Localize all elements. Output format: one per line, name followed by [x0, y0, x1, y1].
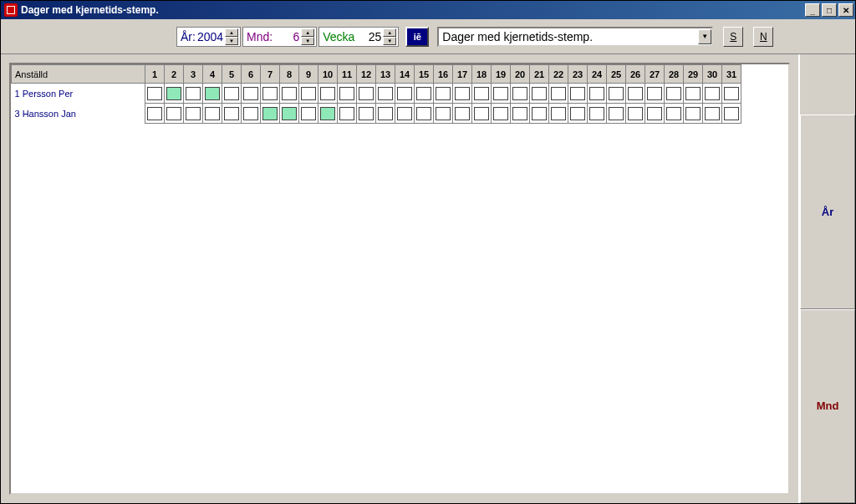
day-cell[interactable]: [376, 84, 395, 104]
day-header[interactable]: 14: [395, 65, 415, 84]
week-spinner[interactable]: Vecka 25 ▲ ▼: [318, 27, 399, 47]
day-cell[interactable]: [472, 84, 492, 104]
day-header[interactable]: 25: [607, 65, 626, 84]
day-header[interactable]: 15: [415, 65, 434, 84]
day-cell[interactable]: [242, 104, 261, 124]
day-cell[interactable]: [242, 84, 261, 104]
day-header[interactable]: 4: [203, 65, 222, 84]
day-header[interactable]: 11: [338, 65, 357, 84]
day-cell[interactable]: [492, 104, 511, 124]
day-cell[interactable]: [626, 84, 645, 104]
day-cell[interactable]: [665, 84, 684, 104]
day-header[interactable]: 8: [280, 65, 299, 84]
maximize-button[interactable]: □: [822, 3, 837, 17]
minimize-button[interactable]: _: [805, 3, 820, 17]
day-header[interactable]: 28: [665, 65, 684, 84]
month-down-button[interactable]: ▼: [301, 37, 314, 45]
day-cell[interactable]: [684, 104, 703, 124]
day-cell[interactable]: [549, 84, 568, 104]
day-header[interactable]: 1: [145, 65, 165, 84]
day-header[interactable]: 9: [299, 65, 318, 84]
day-cell[interactable]: [415, 104, 434, 124]
calendar-icon-button[interactable]: iē: [405, 27, 429, 47]
day-cell[interactable]: [415, 84, 434, 104]
day-header[interactable]: 24: [588, 65, 607, 84]
day-header[interactable]: 2: [165, 65, 184, 84]
day-cell[interactable]: [703, 104, 722, 124]
day-cell[interactable]: [568, 104, 588, 124]
day-cell[interactable]: [318, 84, 338, 104]
day-cell[interactable]: [357, 104, 376, 124]
day-cell[interactable]: [338, 84, 357, 104]
side-month-button[interactable]: Mnd: [800, 309, 855, 504]
day-cell[interactable]: [357, 84, 376, 104]
employee-name[interactable]: 3 Hansson Jan: [12, 104, 145, 124]
day-header[interactable]: 19: [492, 65, 511, 84]
day-cell[interactable]: [145, 84, 165, 104]
day-cell[interactable]: [607, 104, 626, 124]
day-header[interactable]: 20: [511, 65, 530, 84]
day-cell[interactable]: [434, 104, 453, 124]
day-cell[interactable]: [280, 104, 299, 124]
day-cell[interactable]: [453, 84, 472, 104]
day-header[interactable]: 21: [530, 65, 549, 84]
employee-name[interactable]: 1 Persson Per: [12, 84, 145, 104]
day-cell[interactable]: [626, 104, 645, 124]
day-cell[interactable]: [222, 84, 242, 104]
day-cell[interactable]: [184, 104, 203, 124]
day-cell[interactable]: [645, 84, 665, 104]
side-year-button[interactable]: År: [800, 115, 855, 309]
day-cell[interactable]: [511, 84, 530, 104]
week-down-button[interactable]: ▼: [383, 37, 396, 45]
filter-dropdown[interactable]: Dager med kjernetids-stemp. ▼: [437, 27, 713, 47]
day-cell[interactable]: [703, 84, 722, 104]
close-button[interactable]: ✕: [838, 3, 853, 17]
day-cell[interactable]: [684, 84, 703, 104]
day-header[interactable]: 30: [703, 65, 722, 84]
day-cell[interactable]: [665, 104, 684, 124]
day-header[interactable]: 13: [376, 65, 395, 84]
n-button[interactable]: N: [753, 27, 773, 47]
day-cell[interactable]: [549, 104, 568, 124]
day-cell[interactable]: [184, 84, 203, 104]
day-header[interactable]: 5: [222, 65, 242, 84]
day-header[interactable]: 18: [472, 65, 492, 84]
day-cell[interactable]: [588, 84, 607, 104]
year-spinner[interactable]: År: 2004 ▲ ▼: [176, 27, 241, 47]
day-cell[interactable]: [395, 84, 415, 104]
day-cell[interactable]: [376, 104, 395, 124]
day-header[interactable]: 31: [722, 65, 741, 84]
day-cell[interactable]: [165, 84, 184, 104]
day-cell[interactable]: [434, 84, 453, 104]
day-cell[interactable]: [472, 104, 492, 124]
day-cell[interactable]: [203, 104, 222, 124]
day-header[interactable]: 23: [568, 65, 588, 84]
day-cell[interactable]: [299, 104, 318, 124]
month-spinner[interactable]: Mnd: 6 ▲ ▼: [242, 27, 317, 47]
day-cell[interactable]: [299, 84, 318, 104]
day-cell[interactable]: [492, 84, 511, 104]
day-cell[interactable]: [588, 104, 607, 124]
day-header[interactable]: 16: [434, 65, 453, 84]
day-cell[interactable]: [607, 84, 626, 104]
day-cell[interactable]: [222, 104, 242, 124]
day-cell[interactable]: [530, 104, 549, 124]
day-header[interactable]: 6: [242, 65, 261, 84]
day-cell[interactable]: [338, 104, 357, 124]
day-header[interactable]: 10: [318, 65, 338, 84]
day-cell[interactable]: [395, 104, 415, 124]
day-cell[interactable]: [722, 104, 741, 124]
day-cell[interactable]: [261, 84, 280, 104]
employee-header[interactable]: Anställd: [12, 65, 145, 84]
day-cell[interactable]: [261, 104, 280, 124]
day-cell[interactable]: [203, 84, 222, 104]
day-cell[interactable]: [568, 84, 588, 104]
year-down-button[interactable]: ▼: [225, 37, 238, 45]
day-header[interactable]: 3: [184, 65, 203, 84]
year-up-button[interactable]: ▲: [225, 28, 238, 37]
day-cell[interactable]: [722, 84, 741, 104]
day-cell[interactable]: [453, 104, 472, 124]
day-header[interactable]: 12: [357, 65, 376, 84]
day-cell[interactable]: [280, 84, 299, 104]
s-button[interactable]: S: [723, 27, 743, 47]
